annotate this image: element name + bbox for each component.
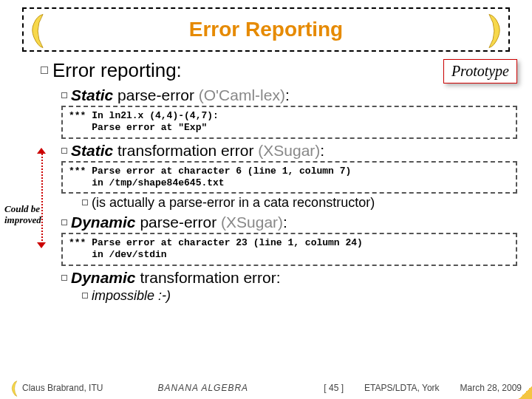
footer-title: BANANA ALGEBRA: [103, 383, 303, 393]
label-rest: transformation error:: [136, 269, 281, 286]
annotation-text: Could be improved: [4, 204, 43, 226]
banana-right-icon: [483, 12, 504, 50]
impossible-note: impossible :-): [82, 288, 517, 304]
tech-label: (XSugar): [258, 142, 320, 159]
item-dynamic-trans: Dynamic transformation error:: [61, 269, 517, 287]
banana-left-icon: [28, 12, 49, 50]
bullet-icon: [61, 148, 67, 154]
annotation-arrow-icon: [37, 242, 46, 248]
bullet-icon: [82, 293, 88, 299]
bullet-icon: [41, 66, 48, 74]
bullet-icon: [61, 219, 67, 225]
bullet-icon: [61, 92, 67, 98]
sub-note-text: (is actually a parse-error in a cata rec…: [92, 195, 375, 210]
item-dynamic-parse: Dynamic parse-error (XSugar):: [61, 214, 517, 231]
label-rest: parse-error: [113, 86, 199, 103]
corner-fold-icon: [519, 386, 532, 399]
code-block-3: *** Parse error at character 23 (line 1,…: [61, 233, 517, 266]
colon: :: [283, 214, 287, 231]
banana-footer-icon: [10, 380, 19, 396]
footer-date: March 28, 2009: [460, 383, 522, 393]
code-block-2: *** Parse error at character 6 (line 1, …: [61, 161, 517, 194]
item-static-parse: Static parse-error (O'Caml-lex):: [61, 86, 517, 104]
item-static-trans: Static transformation error (XSugar):: [61, 142, 517, 160]
impossible-text: impossible :-): [92, 288, 171, 303]
content-area: Error reporting: Static parse-error (O'C…: [41, 59, 517, 304]
footer: Claus Brabrand, ITU BANANA ALGEBRA [ 45 …: [0, 377, 532, 399]
bold-label: Static: [71, 142, 113, 159]
annotation-line: [41, 151, 43, 244]
main-heading: Error reporting:: [41, 59, 517, 82]
bold-label: Dynamic: [71, 269, 136, 286]
bullet-icon: [61, 275, 67, 281]
slide-title: Error Reporting: [189, 18, 343, 41]
sub-note: (is actually a parse-error in a cata rec…: [82, 195, 517, 211]
footer-author: Claus Brabrand, ITU: [22, 383, 103, 393]
label-rest: parse-error: [136, 214, 222, 231]
bold-label: Dynamic: [71, 214, 136, 231]
code-block-1: *** In ln2l.x (4,4)-(4,7): Parse error a…: [61, 106, 517, 139]
title-box: Error Reporting: [22, 7, 510, 52]
footer-page: [ 45 ]: [324, 383, 344, 393]
colon: :: [285, 86, 290, 103]
footer-venue: ETAPS/LDTA, York: [364, 383, 440, 393]
bold-label: Static: [71, 86, 113, 103]
tech-label: (XSugar): [221, 214, 283, 231]
colon: :: [320, 142, 324, 159]
label-rest: transformation error: [113, 142, 258, 159]
bullet-icon: [82, 200, 88, 205]
tech-label: (O'Caml-lex): [199, 86, 285, 103]
main-heading-text: Error reporting:: [52, 59, 182, 81]
